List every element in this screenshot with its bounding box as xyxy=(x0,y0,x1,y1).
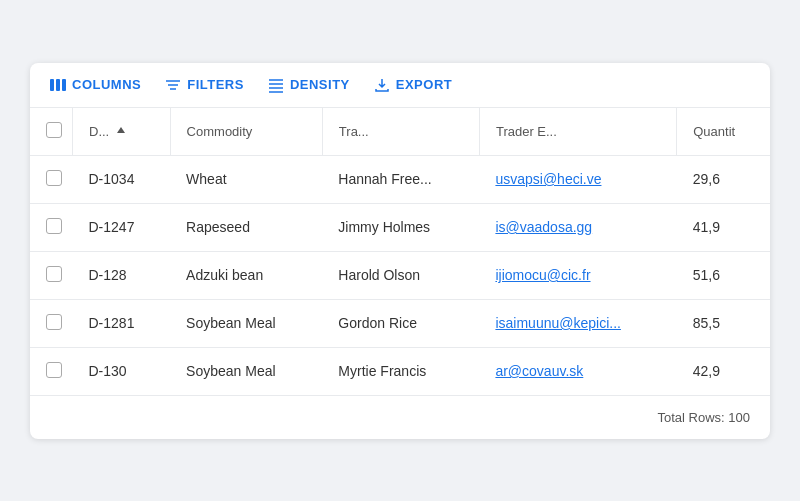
export-icon xyxy=(374,77,390,93)
trader-email-link[interactable]: ar@covauv.sk xyxy=(495,363,583,379)
col-header-commodity[interactable]: Commodity xyxy=(170,108,322,156)
table-header-row: D... Commodity Tra... xyxy=(30,108,770,156)
col-header-quantity[interactable]: Quantit xyxy=(677,108,770,156)
table-row: D-1247RapeseedJimmy Holmesis@vaadosa.gg4… xyxy=(30,203,770,251)
density-button[interactable]: DENSITY xyxy=(268,77,350,93)
columns-label: COLUMNS xyxy=(72,77,141,92)
cell-commodity: Adzuki bean xyxy=(170,251,322,299)
cell-trader-email[interactable]: usvapsi@heci.ve xyxy=(479,155,676,203)
cell-quantity: 85,5 xyxy=(677,299,770,347)
cell-trader-email[interactable]: is@vaadosa.gg xyxy=(479,203,676,251)
table-footer: Total Rows: 100 xyxy=(30,395,770,439)
cell-trader-email[interactable]: ar@covauv.sk xyxy=(479,347,676,395)
cell-quantity: 42,9 xyxy=(677,347,770,395)
cell-deal-id: D-1247 xyxy=(73,203,171,251)
cell-quantity: 41,9 xyxy=(677,203,770,251)
row-checkbox-cell xyxy=(30,299,73,347)
col-header-trader-email[interactable]: Trader E... xyxy=(479,108,676,156)
filters-button[interactable]: FILTERS xyxy=(165,77,244,93)
table-row: D-1281Soybean MealGordon Riceisaimuunu@k… xyxy=(30,299,770,347)
cell-quantity: 51,6 xyxy=(677,251,770,299)
svg-rect-0 xyxy=(50,79,54,91)
row-checkbox-cell xyxy=(30,347,73,395)
cell-quantity: 29,6 xyxy=(677,155,770,203)
row-checkbox-cell xyxy=(30,203,73,251)
sort-asc-icon xyxy=(115,125,127,137)
svg-rect-1 xyxy=(56,79,60,91)
trader-email-link[interactable]: isaimuunu@kepici... xyxy=(495,315,621,331)
row-checkbox-cell xyxy=(30,155,73,203)
cell-trader: Jimmy Holmes xyxy=(322,203,479,251)
trader-email-link[interactable]: ijiomocu@cic.fr xyxy=(495,267,590,283)
columns-button[interactable]: COLUMNS xyxy=(50,77,141,93)
density-label: DENSITY xyxy=(290,77,350,92)
cell-trader: Gordon Rice xyxy=(322,299,479,347)
table-row: D-128Adzuki beanHarold Olsonijiomocu@cic… xyxy=(30,251,770,299)
table-row: D-130Soybean MealMyrtie Francisar@covauv… xyxy=(30,347,770,395)
cell-commodity: Soybean Meal xyxy=(170,347,322,395)
table-row: D-1034WheatHannah Free...usvapsi@heci.ve… xyxy=(30,155,770,203)
row-checkbox[interactable] xyxy=(46,218,62,234)
col-header-trader[interactable]: Tra... xyxy=(322,108,479,156)
cell-trader-email[interactable]: ijiomocu@cic.fr xyxy=(479,251,676,299)
select-all-header[interactable] xyxy=(30,108,73,156)
toolbar: COLUMNS FILTERS DENSITY xyxy=(30,63,770,108)
data-table: D... Commodity Tra... xyxy=(30,108,770,395)
cell-deal-id: D-1034 xyxy=(73,155,171,203)
table-wrapper: D... Commodity Tra... xyxy=(30,108,770,395)
row-checkbox[interactable] xyxy=(46,314,62,330)
cell-commodity: Rapeseed xyxy=(170,203,322,251)
cell-trader: Hannah Free... xyxy=(322,155,479,203)
cell-deal-id: D-128 xyxy=(73,251,171,299)
cell-trader: Harold Olson xyxy=(322,251,479,299)
cell-commodity: Wheat xyxy=(170,155,322,203)
row-checkbox[interactable] xyxy=(46,170,62,186)
cell-trader: Myrtie Francis xyxy=(322,347,479,395)
row-checkbox[interactable] xyxy=(46,362,62,378)
col-header-deal-id[interactable]: D... xyxy=(73,108,171,156)
select-all-checkbox[interactable] xyxy=(46,122,62,138)
total-rows: Total Rows: 100 xyxy=(658,410,751,425)
density-icon xyxy=(268,77,284,93)
row-checkbox[interactable] xyxy=(46,266,62,282)
cell-commodity: Soybean Meal xyxy=(170,299,322,347)
cell-deal-id: D-1281 xyxy=(73,299,171,347)
cell-trader-email[interactable]: isaimuunu@kepici... xyxy=(479,299,676,347)
svg-rect-2 xyxy=(62,79,66,91)
columns-icon xyxy=(50,77,66,93)
data-grid-card: COLUMNS FILTERS DENSITY xyxy=(30,63,770,439)
trader-email-link[interactable]: usvapsi@heci.ve xyxy=(495,171,601,187)
export-label: EXPORT xyxy=(396,77,452,92)
export-button[interactable]: EXPORT xyxy=(374,77,452,93)
filters-label: FILTERS xyxy=(187,77,244,92)
row-checkbox-cell xyxy=(30,251,73,299)
cell-deal-id: D-130 xyxy=(73,347,171,395)
filters-icon xyxy=(165,77,181,93)
trader-email-link[interactable]: is@vaadosa.gg xyxy=(495,219,592,235)
